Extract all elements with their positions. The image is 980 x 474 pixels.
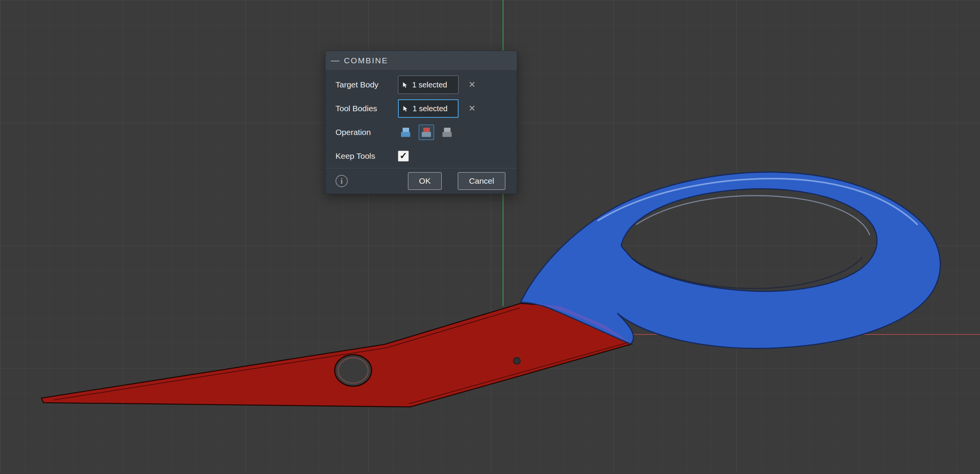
operation-cut-icon[interactable] (419, 125, 434, 140)
operation-intersect-icon[interactable] (439, 125, 455, 140)
keep-tools-label: Keep Tools (335, 151, 398, 161)
3d-viewport[interactable]: — COMBINE Target Body 1 selected ✕ Tool … (0, 0, 980, 474)
tool-bodies-clear-icon[interactable]: ✕ (469, 104, 475, 113)
cursor-icon (401, 81, 409, 89)
origin-point[interactable] (513, 357, 520, 364)
operation-options (398, 125, 455, 140)
target-body-selection-count: 1 selected (412, 81, 447, 89)
join-icon-top-shape (403, 128, 409, 132)
check-icon: ✓ (400, 151, 407, 160)
target-body-blade[interactable] (41, 303, 632, 407)
target-body-label: Target Body (335, 80, 398, 89)
operation-join-icon[interactable] (398, 125, 413, 140)
collapse-icon[interactable]: — (331, 56, 341, 65)
cancel-button[interactable]: Cancel (458, 172, 505, 190)
tool-bodies-label: Tool Bodies (335, 104, 398, 113)
info-icon[interactable]: i (335, 175, 348, 187)
target-body-selection-button[interactable]: 1 selected (398, 76, 459, 94)
cut-icon-base-shape (422, 132, 431, 137)
dialog-body: Target Body 1 selected ✕ Tool Bodies 1 s… (326, 71, 517, 168)
target-body-row: Target Body 1 selected ✕ (326, 73, 517, 97)
operation-label: Operation (335, 128, 398, 137)
cut-icon-top-shape (423, 128, 430, 132)
intersect-icon-top-shape (444, 128, 451, 132)
keep-tools-checkbox[interactable]: ✓ (398, 151, 409, 161)
operation-row: Operation (326, 120, 517, 144)
combine-dialog: — COMBINE Target Body 1 selected ✕ Tool … (325, 51, 517, 194)
blade-pivot-hole[interactable] (335, 355, 372, 386)
cursor-icon (402, 105, 409, 112)
join-icon-base-shape (401, 132, 410, 137)
target-body-clear-icon[interactable]: ✕ (469, 81, 475, 89)
dialog-title: COMBINE (344, 56, 388, 65)
tool-bodies-selection-count: 1 selected (413, 104, 447, 113)
ok-button[interactable]: OK (408, 172, 442, 190)
footer-buttons: OK Cancel (408, 172, 505, 190)
tool-bodies-selection-button[interactable]: 1 selected (398, 99, 459, 118)
keep-tools-row: Keep Tools ✓ (326, 144, 517, 168)
dialog-footer: i OK Cancel (326, 168, 517, 194)
tool-bodies-row: Tool Bodies 1 selected ✕ (326, 97, 517, 120)
intersect-icon-base-shape (442, 132, 452, 137)
dialog-header[interactable]: — COMBINE (326, 51, 517, 71)
